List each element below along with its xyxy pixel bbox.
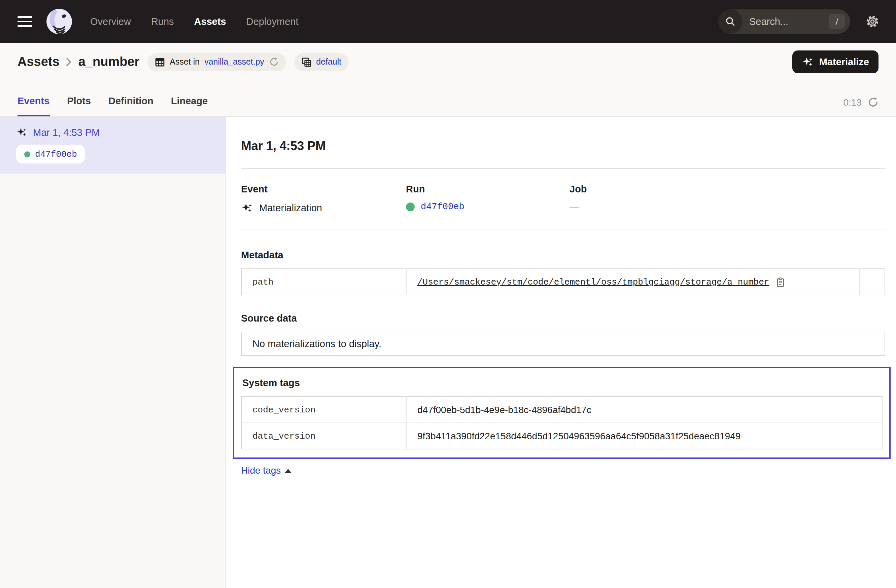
breadcrumb-current: a_number xyxy=(78,55,140,69)
search-shortcut-badge: / xyxy=(829,14,845,29)
search-placeholder: Search... xyxy=(749,16,788,27)
run-label: Run xyxy=(406,184,570,194)
asset-tabs: Events Plots Definition Lineage xyxy=(17,96,208,116)
sparkle-icon xyxy=(241,202,253,214)
event-list-item[interactable]: Mar 1, 4:53 PM d47f00eb xyxy=(0,117,226,173)
run-id-link[interactable]: d47f00eb xyxy=(421,202,465,212)
tag-value: d47f00eb-5d1b-4e9e-b18c-4896af4bd17c xyxy=(406,397,882,422)
dagster-logo[interactable] xyxy=(46,8,73,35)
source-data-empty-message: No materializations to display. xyxy=(241,332,885,356)
reload-icon[interactable] xyxy=(269,57,278,67)
sparkle-icon xyxy=(802,56,814,68)
tag-value: 9f3b411a390fd22e158d446d5d12504963596aa6… xyxy=(406,422,882,449)
event-item-timestamp: Mar 1, 4:53 PM xyxy=(33,127,100,138)
nav-runs[interactable]: Runs xyxy=(151,16,174,27)
event-detail-panel: Mar 1, 4:53 PM Event Materialization Run xyxy=(226,117,896,588)
table-icon xyxy=(155,57,165,67)
divider xyxy=(241,229,885,229)
materialize-button[interactable]: Materialize xyxy=(792,50,879,73)
caret-up-icon xyxy=(285,469,291,473)
system-tags-section: System tags code_version d47f00eb-5d1b-4… xyxy=(233,367,891,459)
tab-plots[interactable]: Plots xyxy=(67,96,91,116)
event-timestamp-title: Mar 1, 4:53 PM xyxy=(241,138,885,153)
settings-button[interactable] xyxy=(865,14,880,29)
nav-deployment[interactable]: Deployment xyxy=(246,16,299,27)
navbar-right: Search... / xyxy=(718,9,880,33)
asset-chip-prefix: Asset in xyxy=(170,57,200,67)
tag-key: data_version xyxy=(242,422,406,449)
repo-icon xyxy=(301,57,311,67)
refresh-icon[interactable] xyxy=(868,97,879,108)
repo-default-link[interactable]: default xyxy=(316,57,341,67)
path-link[interactable]: /Users/smackesey/stm/code/elementl/oss/t… xyxy=(418,277,769,287)
search-input[interactable]: Search... / xyxy=(718,9,850,33)
tab-definition[interactable]: Definition xyxy=(108,96,154,116)
events-sidebar: Mar 1, 4:53 PM d47f00eb xyxy=(0,117,226,588)
metadata-table: path /Users/smackesey/stm/code/elementl/… xyxy=(241,269,885,295)
search-icon-wrap xyxy=(718,9,742,33)
run-status-dot xyxy=(406,202,414,211)
event-type: Materialization xyxy=(259,202,322,213)
source-data-section: Source data No materializations to displ… xyxy=(241,313,885,356)
hide-tags-link[interactable]: Hide tags xyxy=(241,465,291,476)
source-data-heading: Source data xyxy=(241,313,885,324)
job-label: Job xyxy=(570,184,885,194)
menu-button[interactable] xyxy=(17,16,32,27)
event-label: Event xyxy=(241,184,406,194)
run-chip[interactable]: d47f00eb xyxy=(16,144,85,164)
system-tags-heading: System tags xyxy=(242,377,882,388)
tab-lineage[interactable]: Lineage xyxy=(171,96,208,116)
metadata-endcap-cell xyxy=(859,269,885,295)
run-status-dot xyxy=(24,151,30,157)
metadata-key: path xyxy=(242,269,406,295)
event-info: Event Materialization Run d47f00eb xyxy=(241,184,885,214)
top-navbar: Overview Runs Assets Deployment Search..… xyxy=(0,0,896,43)
sparkle-icon xyxy=(16,126,27,138)
job-value: — xyxy=(570,202,885,213)
primary-nav: Overview Runs Assets Deployment xyxy=(90,16,298,27)
copy-icon xyxy=(775,277,785,287)
gear-icon xyxy=(865,14,880,29)
tag-key: code_version xyxy=(242,397,406,422)
metadata-section: Metadata path /Users/smackesey/stm/code/… xyxy=(241,249,885,295)
tab-events[interactable]: Events xyxy=(17,96,49,116)
nav-overview[interactable]: Overview xyxy=(90,16,131,27)
asset-file-link[interactable]: vanilla_asset.py xyxy=(204,57,264,67)
refresh-timer: 0:13 xyxy=(844,97,879,116)
app-window: Overview Runs Assets Deployment Search..… xyxy=(0,0,896,588)
breadcrumb: Assets a_number xyxy=(17,55,139,69)
search-icon xyxy=(725,16,736,27)
refresh-countdown: 0:13 xyxy=(844,97,862,108)
nav-assets[interactable]: Assets xyxy=(194,16,226,27)
system-tags-table: code_version d47f00eb-5d1b-4e9e-b18c-489… xyxy=(241,396,882,450)
divider xyxy=(241,168,885,169)
page-header: Assets a_number Asset in vanilla_asset.p… xyxy=(0,43,896,117)
chevron-right-icon xyxy=(66,57,72,67)
metadata-heading: Metadata xyxy=(241,249,885,260)
repo-chip: default xyxy=(294,53,349,71)
breadcrumb-assets-link[interactable]: Assets xyxy=(17,55,59,69)
run-chip-id: d47f00eb xyxy=(35,149,77,159)
asset-definition-chip: Asset in vanilla_asset.py xyxy=(148,53,286,71)
copy-path-button[interactable] xyxy=(775,277,785,287)
